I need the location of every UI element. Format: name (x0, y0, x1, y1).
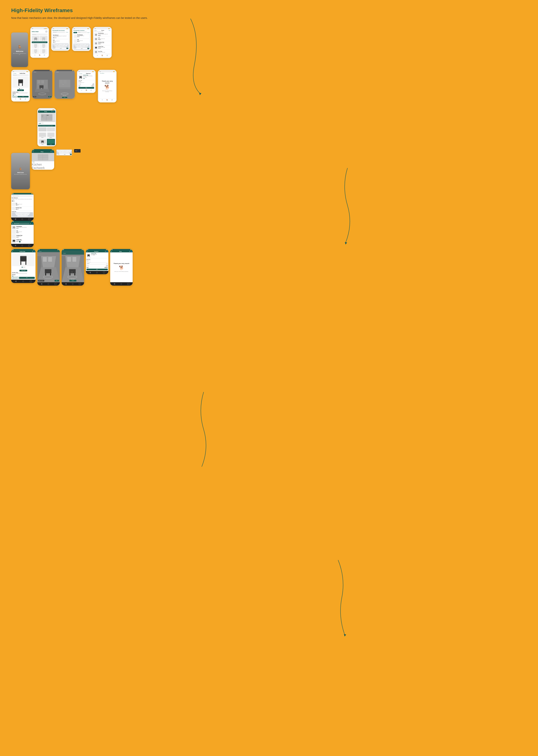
search-bar[interactable]: 🔍 Search (32, 34, 47, 35)
place-btn[interactable]: Place (62, 97, 68, 98)
android-back-6[interactable] (65, 283, 67, 285)
android-home-4[interactable] (23, 281, 24, 282)
buy-ar-android[interactable]: BUY (55, 280, 59, 281)
android-home-6[interactable] (72, 283, 74, 285)
android-back-7[interactable] (89, 272, 91, 273)
svg-rect-66 (20, 257, 27, 261)
android-back-btn[interactable] (75, 150, 77, 152)
svg-rect-10 (95, 34, 97, 35)
menu-icon[interactable]: ☰ (39, 111, 40, 112)
svg-rect-49 (46, 114, 46, 121)
key-w[interactable]: W (55, 44, 56, 45)
welcome-subtitle: We are looking for beautiful furniture f… (13, 53, 27, 55)
android-recents-btn[interactable] (78, 150, 80, 152)
android-recents-5[interactable] (55, 283, 56, 285)
shop-user-icon[interactable]: 👤 (53, 111, 54, 112)
confirm-btn[interactable]: Confirm (33, 96, 36, 97)
android-recents-3[interactable] (28, 245, 30, 246)
go-back-btn[interactable]: ← Go Back (13, 73, 16, 74)
cat-doors[interactable]: Doors (38, 132, 46, 138)
add-to-list-ar[interactable]: ADD TO LIST (38, 280, 44, 281)
key-q[interactable]: Q (53, 44, 54, 45)
android-row: 9:41📶🔋 ☰ Shop 🔍 👤 (11, 108, 527, 146)
go-back-checkout[interactable]: ← Go Back (79, 73, 82, 74)
key-p[interactable]: P (67, 44, 68, 45)
svg-rect-24 (96, 52, 97, 53)
svg-rect-19 (95, 47, 97, 48)
key-r[interactable]: R (58, 44, 59, 45)
svg-rect-77 (45, 269, 51, 273)
cancel-ar2[interactable]: ← Cancel (55, 71, 59, 72)
tables-cat[interactable]: Tables (42, 123, 44, 124)
android-home-7[interactable] (96, 272, 98, 273)
result-sun: Sun Chair Beautiful rameuse seat. (94, 50, 110, 54)
android-back-4[interactable] (15, 280, 17, 282)
shop-title: Shop (44, 111, 47, 112)
cancel-results[interactable]: Cancel (94, 30, 97, 31)
android-home-5[interactable] (48, 283, 49, 285)
key-o[interactable]: O (65, 44, 67, 45)
svg-rect-18 (96, 44, 97, 44)
ios-ar-row: 9:41📶🔋 ← Go Back Gorilla Chair 🔍 Search (11, 70, 527, 103)
view-ar-android[interactable]: View in AR (20, 270, 27, 271)
android-back-3[interactable] (15, 245, 16, 246)
key-u[interactable]: U (62, 44, 64, 45)
cat-chairs[interactable]: Chairs (38, 139, 46, 145)
android-menu[interactable]: ☰ (33, 151, 33, 152)
cancel-2[interactable]: Cancel (87, 32, 89, 33)
key-t[interactable]: T (59, 44, 61, 45)
cat-lights[interactable]: Lights (47, 139, 55, 145)
search-input-2[interactable]: 🔍 Search (52, 31, 65, 33)
ar-room-phone-2: 9:41📶🔋 ← Cancel + (55, 70, 75, 99)
svg-rect-70 (20, 256, 27, 257)
buy-ar-btn[interactable]: Buy (48, 96, 52, 97)
android-home-8[interactable] (121, 283, 122, 285)
svg-rect-44 (81, 78, 81, 79)
android-recents-4[interactable] (30, 280, 32, 282)
cat-shelves[interactable]: Shelves (47, 132, 55, 138)
key-y[interactable]: Y (61, 44, 62, 45)
svg-rect-13 (95, 38, 97, 40)
lamps-cat[interactable]: Lamps (39, 123, 41, 124)
add-to-list-android[interactable]: ADD TO LIST (12, 277, 19, 279)
cart-add-icon[interactable]: + (19, 241, 21, 243)
key-e[interactable]: E (56, 44, 58, 45)
buy-checkout-android[interactable]: BUY (86, 269, 108, 270)
view-in-ar-btn[interactable]: View in AR (17, 89, 24, 91)
buy-checkout-btn[interactable]: Buy (79, 87, 94, 89)
svg-rect-40 (64, 80, 67, 84)
android-home-3[interactable] (22, 245, 23, 246)
more-android[interactable]: More (12, 275, 35, 276)
svg-marker-38 (57, 87, 72, 92)
cancel-ar[interactable]: ← Cancel (33, 71, 36, 72)
shop-search-icon[interactable]: 🔍 (52, 111, 53, 112)
svg-rect-29 (18, 79, 23, 80)
android-search[interactable]: 🔍 Search Product... (12, 195, 33, 197)
buy-android[interactable]: BUY (19, 277, 35, 279)
android-recents-8[interactable] (128, 283, 129, 285)
more-link[interactable]: More (13, 95, 28, 95)
place-android-btn[interactable]: PLACE (69, 280, 76, 281)
cancel-item[interactable]: Cancel (83, 78, 92, 78)
filter-btn[interactable]: Filter (109, 30, 110, 31)
result-fall: Fall Fall inspires above all. 40$,- € (94, 37, 110, 41)
android-recents-6[interactable] (79, 283, 81, 285)
android-back-5[interactable] (41, 283, 42, 285)
android-keyboard-2: qwertyuiop asdfghjkl zxcvbnm (12, 212, 33, 217)
android-home-btn[interactable] (77, 150, 78, 152)
android-recents-2[interactable] (28, 218, 30, 220)
buy-btn-ios[interactable]: Buy (18, 96, 28, 97)
android-back-2[interactable] (15, 218, 16, 220)
search-detail[interactable]: 🔍 Search (13, 74, 28, 76)
page-title: High-Fidelity Wireframes (11, 8, 527, 14)
key-i[interactable]: I (64, 44, 65, 45)
android-back-8[interactable] (114, 283, 115, 285)
svg-marker-1 (345, 242, 347, 245)
add-to-list-ios[interactable]: Add to list (13, 96, 17, 97)
svg-rect-85 (67, 257, 71, 262)
cancel-btn[interactable]: Cancel (66, 31, 69, 34)
android-recents-7[interactable] (103, 272, 105, 273)
svg-rect-54 (41, 142, 42, 143)
chair-tag[interactable]: Chair (74, 32, 77, 33)
android-home-2[interactable] (22, 218, 23, 220)
